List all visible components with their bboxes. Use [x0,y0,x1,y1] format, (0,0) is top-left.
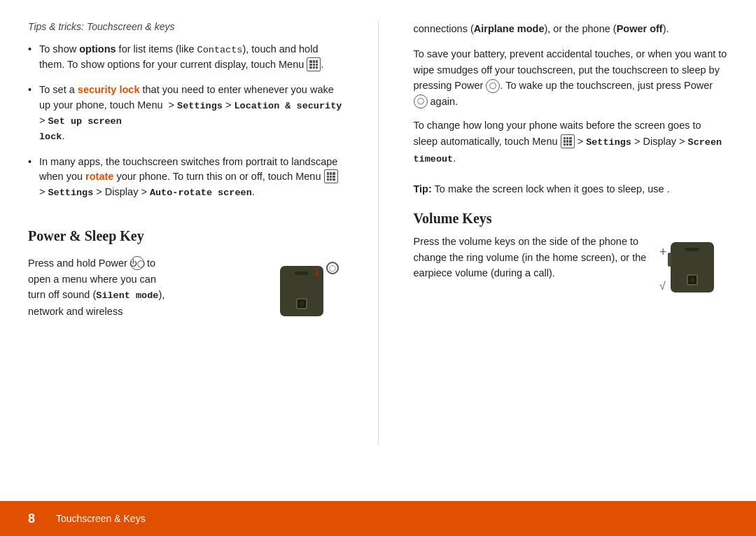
settings-mono-3: Settings [586,137,631,148]
tip-section: Tip: To make the screen lock when it goe… [414,181,729,197]
left-column: Tips & tricks: Touchscreen & keys To sho… [28,21,343,445]
silent-mode-mono: Silent mode [96,290,158,301]
phone-lens [296,298,307,309]
menu-icon-grid [309,60,318,69]
vol-up-arrow: + [659,245,667,260]
power-icon-inline: ◯ [486,79,500,93]
vol-phone-body [671,242,714,292]
settings-mono: Settings [177,101,223,111]
menu-icon [307,57,321,71]
menu-icon-grid-3 [564,137,572,146]
security-lock-bold: security lock [78,84,140,95]
vol-side-buttons [668,253,671,267]
list-item: To set a security lock that you need to … [28,83,343,145]
volume-area: Press the volume keys on the side of the… [414,234,729,298]
vol-phone-lens-inner [690,277,695,283]
phone-top-speaker [295,271,309,275]
tips-heading: Tips & tricks: Touchscreen & keys [28,21,343,32]
location-security-mono: Location & security [234,101,342,111]
power-arrow-icon: ↓ [314,262,321,280]
setup-screen-mono: Set up screenlock [39,116,122,142]
footer-section-title: Touchscreen & Keys [56,513,146,524]
options-bold: options [79,43,115,55]
list-item: To show options for list items (like Con… [28,42,343,73]
vol-phone-lens [687,274,698,285]
power-image-area: Press and hold Power ◯ to open a menu wh… [28,255,343,327]
bullet-list: To show options for list items (like Con… [28,42,343,210]
contacts-mono: Contacts [197,45,243,55]
volume-text: Press the volume keys on the side of the… [414,234,652,281]
autorotate-mono: Auto-rotate screen [150,188,252,198]
power-icon-inline-2: ◯ [414,94,428,108]
menu-icon-grid-2 [327,172,335,181]
footer-bar: 8 Touchscreen & Keys [0,501,756,536]
power-off-bold: Power off [617,23,663,34]
menu-icon-3 [561,134,575,148]
power-icon: ◯ [130,256,144,270]
right-intro: connections (Airplane mode), or the phon… [414,21,729,36]
column-divider [378,21,379,445]
power-circle-icon: ◯ [326,262,339,274]
battery-text: To save your battery, prevent accidental… [414,46,729,109]
vol-top-speaker [685,248,699,251]
vol-down-arrow: √ [659,280,666,292]
menu-icon-2 [324,169,338,183]
page-content: Tips & tricks: Touchscreen & keys To sho… [0,0,756,501]
right-column: connections (Airplane mode), or the phon… [414,21,729,445]
power-phone-illustration: ↓ ◯ [273,260,343,323]
airplane-mode-bold: Airplane mode [474,23,545,34]
tip-label: Tip: [414,183,432,195]
power-section-title: Power & Sleep Key [28,228,343,244]
rotate-bold: rotate [85,171,113,182]
settings-mono-2: Settings [48,188,94,198]
phone-lens-inner [299,301,304,306]
volume-section-title: Volume Keys [414,211,729,227]
page-number: 8 [28,512,35,526]
list-item: In many apps, the touchscreen switches f… [28,155,343,201]
sleep-text: To change how long your phone waits befo… [414,118,729,167]
power-body-text: Press and hold Power ◯ to open a menu wh… [28,255,266,319]
volume-phone-illustration: + √ [658,237,728,298]
